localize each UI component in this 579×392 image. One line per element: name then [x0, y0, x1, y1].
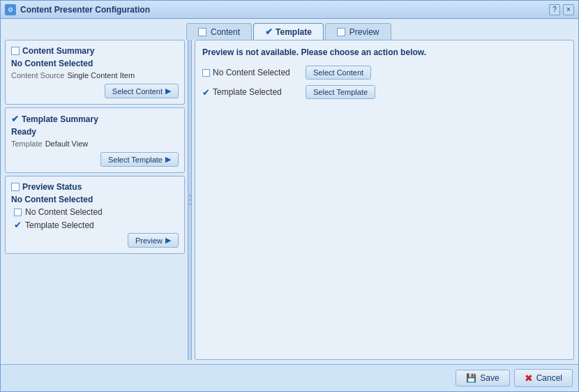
tab-template-label: Template [276, 27, 312, 37]
save-label: Save [480, 373, 499, 383]
tabs-row: Content ✔ Template Preview [5, 23, 574, 40]
cancel-button[interactable]: ✖ Cancel [514, 369, 573, 387]
preview-checklist: No Content Selected ✔ Template Selected [14, 207, 179, 230]
tab-template[interactable]: ✔ Template [253, 23, 324, 40]
right-template-check-icon: ✔ [202, 87, 210, 98]
tab-preview[interactable]: Preview [325, 23, 391, 40]
template-summary-row: Template Default View [11, 140, 179, 148]
preview-status-title: Preview Status [11, 182, 179, 192]
title-bar-left: ⚙ Content Presenter Configuration [5, 4, 150, 15]
right-panel-content-row: No Content Selected Select Content [202, 66, 566, 80]
right-no-content-text: No Content Selected [213, 68, 290, 77]
content-summary-title: Content Summary [11, 46, 179, 56]
right-template-text: Template Selected [213, 87, 282, 97]
preview-no-content-label: No Content Selected [25, 207, 103, 217]
select-content-arrow-icon: ▶ [165, 86, 171, 96]
preview-template-check-icon: ✔ [14, 220, 22, 230]
tab-content[interactable]: Content [186, 23, 252, 40]
content-summary-checkbox [11, 47, 20, 55]
select-content-button[interactable]: Select Content ▶ [105, 84, 179, 98]
template-summary-btn-row: Select Template ▶ [11, 152, 179, 167]
splitter-dots [189, 195, 191, 205]
preview-check-row-0: No Content Selected [14, 207, 179, 217]
save-icon: 💾 [466, 373, 476, 383]
select-template-button[interactable]: Select Template ▶ [100, 152, 179, 167]
main-content: Content ✔ Template Preview Content Summa… [1, 19, 578, 364]
tab-preview-label: Preview [349, 27, 379, 37]
title-bar-right: ? × [549, 4, 574, 15]
template-summary-title: ✔ Template Summary [11, 114, 179, 124]
preview-status-status: No Content Selected [11, 195, 179, 204]
right-panel-template-row: ✔ Template Selected Select Template [202, 85, 566, 99]
content-summary-status: No Content Selected [11, 59, 179, 68]
window-title: Content Presenter Configuration [20, 5, 150, 15]
right-panel: Preview is not available. Please choose … [195, 40, 574, 360]
template-label: Template [11, 140, 43, 148]
template-tab-check-icon: ✔ [265, 27, 273, 37]
close-button[interactable]: × [563, 4, 574, 15]
select-template-arrow-icon: ▶ [165, 155, 171, 164]
content-summary-source-row: Content Source Single Content Item [11, 71, 179, 80]
main-window: ⚙ Content Presenter Configuration ? × Co… [0, 0, 579, 392]
select-content-label: Select Content [112, 87, 163, 96]
preview-status-checkbox [11, 183, 20, 191]
cancel-icon: ✖ [525, 372, 533, 384]
content-summary-card: Content Summary No Content Selected Cont… [5, 40, 185, 105]
preview-arrow-icon: ▶ [165, 236, 171, 245]
content-tab-checkbox [198, 28, 206, 36]
content-area: Content Summary No Content Selected Cont… [5, 40, 574, 360]
title-bar: ⚙ Content Presenter Configuration ? × [1, 1, 578, 19]
tab-content-label: Content [211, 27, 240, 37]
template-value: Default View [45, 140, 89, 148]
right-panel-content-label: No Content Selected [202, 68, 300, 77]
right-select-content-button[interactable]: Select Content [306, 66, 371, 80]
preview-message: Preview is not available. Please choose … [202, 47, 566, 57]
cancel-label: Cancel [536, 373, 562, 383]
right-select-template-button[interactable]: Select Template [306, 85, 375, 99]
preview-button[interactable]: Preview ▶ [128, 233, 179, 248]
preview-tab-checkbox [337, 28, 345, 36]
help-button[interactable]: ? [549, 4, 560, 15]
template-summary-check-icon: ✔ [11, 114, 19, 124]
bottom-bar: 💾 Save ✖ Cancel [1, 364, 578, 391]
preview-status-btn-row: Preview ▶ [11, 233, 179, 248]
preview-check-row-1: ✔ Template Selected [14, 220, 179, 230]
app-icon: ⚙ [5, 4, 16, 15]
content-source-value: Single Content Item [67, 71, 135, 80]
preview-label: Preview [135, 236, 163, 245]
right-panel-template-label: ✔ Template Selected [202, 87, 300, 98]
content-source-label: Content Source [11, 71, 64, 80]
content-summary-btn-row: Select Content ▶ [11, 84, 179, 98]
left-panel: Content Summary No Content Selected Cont… [5, 40, 185, 360]
template-summary-card: ✔ Template Summary Ready Template Defaul… [5, 107, 185, 173]
preview-template-selected-label: Template Selected [25, 220, 94, 230]
save-button[interactable]: 💾 Save [456, 370, 509, 386]
preview-no-content-checkbox [14, 209, 22, 216]
right-no-content-checkbox [202, 69, 210, 77]
select-template-label: Select Template [108, 156, 163, 164]
preview-status-card: Preview Status No Content Selected No Co… [5, 176, 185, 254]
splitter-bar[interactable] [188, 40, 192, 360]
template-summary-status: Ready [11, 127, 179, 137]
